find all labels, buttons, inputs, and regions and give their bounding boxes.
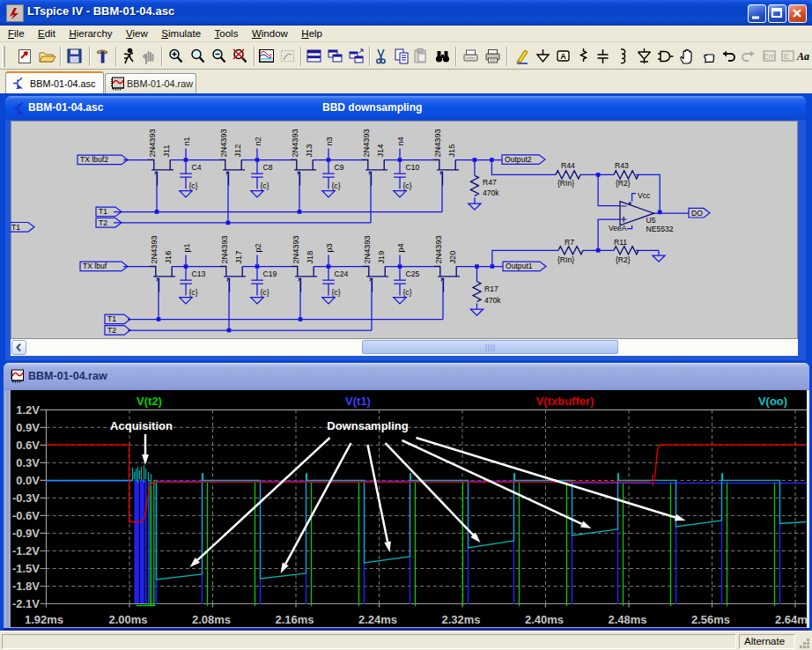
svg-text:1.2V: 1.2V (16, 403, 40, 417)
svg-text:C10: C10 (406, 163, 420, 172)
svg-text:2.48ms: 2.48ms (608, 613, 646, 626)
svg-text:-2.1V: -2.1V (11, 597, 39, 610)
svg-text:n1: n1 (182, 137, 191, 145)
svg-text:{RIn}: {RIn} (557, 178, 574, 187)
svg-text:0.6V: 0.6V (16, 439, 40, 452)
svg-text:J14: J14 (376, 144, 385, 157)
svg-text:2N4393: 2N4393 (150, 235, 159, 263)
svg-text:J18: J18 (306, 250, 314, 263)
svg-text:2N4393: 2N4393 (148, 129, 157, 157)
svg-text:{R2}: {R2} (616, 178, 631, 187)
svg-text:C4: C4 (192, 163, 202, 172)
svg-text:2.32ms: 2.32ms (441, 613, 480, 626)
svg-text:V(t2): V(t2) (137, 395, 162, 408)
svg-text:2N4393: 2N4393 (220, 235, 229, 263)
svg-text:R17: R17 (484, 284, 498, 292)
svg-text:2.24ms: 2.24ms (358, 613, 396, 626)
svg-text:T1: T1 (107, 314, 116, 323)
svg-text:-0.3V: -0.3V (11, 491, 39, 505)
svg-text:J17: J17 (234, 250, 243, 263)
svg-text:2.16ms: 2.16ms (275, 613, 314, 626)
svg-text:470k: 470k (483, 188, 499, 197)
svg-text:p1: p1 (182, 243, 191, 252)
svg-text:T2: T2 (99, 218, 107, 226)
svg-text:{c}: {c} (332, 181, 341, 189)
svg-text:U5: U5 (646, 215, 656, 224)
svg-text:T1: T1 (11, 222, 20, 231)
svg-text:n2: n2 (254, 137, 262, 145)
svg-text:{R2}: {R2} (616, 255, 631, 264)
svg-text:p4: p4 (396, 243, 405, 252)
svg-text:2.56ms: 2.56ms (690, 613, 729, 626)
svg-text:T2: T2 (107, 325, 116, 334)
svg-text:p2: p2 (254, 243, 262, 252)
svg-text:C19: C19 (263, 270, 277, 278)
svg-text:Aa: Aa (796, 50, 809, 63)
svg-text:VeeA: VeeA (609, 224, 627, 233)
svg-text:0.0V: 0.0V (16, 474, 40, 487)
svg-text:{c}: {c} (332, 287, 341, 296)
svg-text:NE5532: NE5532 (646, 225, 674, 233)
svg-text:{c}: {c} (261, 181, 269, 189)
svg-text:R44: R44 (561, 160, 575, 169)
svg-text:Downsampling: Downsampling (327, 419, 409, 432)
svg-text:J20: J20 (448, 250, 457, 263)
svg-text:T1: T1 (99, 207, 107, 216)
svg-text:470k: 470k (484, 295, 501, 304)
svg-text:0.9V: 0.9V (16, 421, 40, 434)
svg-text:{RIn}: {RIn} (557, 255, 574, 264)
svg-text:2N4393: 2N4393 (434, 235, 443, 263)
svg-text:J19: J19 (377, 250, 386, 263)
svg-text:V(txbuffer): V(txbuffer) (535, 395, 594, 408)
svg-text:Vcc: Vcc (638, 190, 651, 199)
svg-text:R43: R43 (615, 160, 629, 169)
svg-text:2.00ms: 2.00ms (108, 613, 147, 626)
svg-text:C13: C13 (192, 270, 206, 278)
svg-text:C24: C24 (335, 270, 349, 278)
svg-text:C9: C9 (335, 163, 344, 172)
svg-text:A: A (560, 52, 566, 61)
svg-text:C8: C8 (263, 163, 273, 172)
svg-text:TX lbuf: TX lbuf (83, 262, 107, 270)
svg-text:{c}: {c} (403, 181, 412, 189)
svg-text:J13: J13 (305, 144, 314, 157)
svg-text:C25: C25 (406, 270, 420, 278)
svg-text:2.64ms: 2.64ms (774, 613, 806, 626)
svg-text:-0.9V: -0.9V (11, 527, 39, 540)
svg-text:-1.8V: -1.8V (11, 580, 39, 593)
svg-text:0.3V: 0.3V (16, 456, 40, 469)
svg-text:E: E (784, 52, 789, 61)
svg-text:{c}: {c} (403, 287, 412, 296)
svg-text:2N4393: 2N4393 (292, 235, 300, 263)
svg-text:J11: J11 (162, 144, 171, 157)
svg-text:R47: R47 (483, 177, 497, 186)
svg-text:-0.6V: -0.6V (11, 509, 39, 522)
svg-text:V(oo): V(oo) (757, 395, 786, 408)
svg-text:1.92ms: 1.92ms (24, 613, 63, 626)
svg-text:2.08ms: 2.08ms (191, 613, 230, 626)
svg-text:-1.5V: -1.5V (11, 562, 39, 575)
svg-text:J16: J16 (164, 250, 173, 263)
svg-text:-1.2V: -1.2V (11, 544, 39, 558)
svg-text:2N4393: 2N4393 (291, 129, 299, 157)
svg-text:Acquisition: Acquisition (110, 419, 173, 432)
svg-text:TX lbuf2: TX lbuf2 (80, 155, 108, 164)
svg-text:R7: R7 (565, 238, 574, 247)
svg-text:{c}: {c} (189, 181, 198, 189)
svg-text:2N4393: 2N4393 (433, 129, 442, 157)
svg-text:2N4393: 2N4393 (362, 129, 371, 157)
svg-text:2N4393: 2N4393 (363, 235, 372, 263)
svg-text:p3: p3 (325, 243, 334, 252)
svg-text:R11: R11 (614, 238, 627, 247)
svg-text:DO: DO (691, 208, 703, 217)
svg-text:Output1: Output1 (506, 262, 533, 270)
svg-text:Em: Em (764, 52, 776, 61)
svg-text:V(t1): V(t1) (345, 395, 371, 408)
svg-text:J12: J12 (233, 144, 242, 157)
svg-text:Output2: Output2 (505, 155, 532, 164)
svg-text:n4: n4 (396, 137, 405, 145)
svg-text:2N4393: 2N4393 (219, 129, 228, 157)
svg-text:{c}: {c} (261, 287, 269, 296)
svg-text:n3: n3 (325, 137, 334, 145)
svg-text:{c}: {c} (189, 287, 198, 296)
